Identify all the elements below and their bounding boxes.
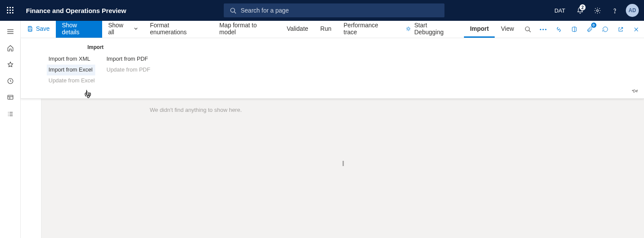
- svg-rect-17: [8, 95, 13, 99]
- map-format-button[interactable]: Map format to model: [213, 21, 281, 38]
- svg-rect-0: [7, 7, 8, 8]
- pin-icon: [632, 88, 638, 94]
- empty-message: We didn't find anything to show here.: [150, 107, 242, 113]
- svg-point-32: [543, 29, 544, 30]
- nav-favorites[interactable]: [2, 57, 19, 72]
- global-search[interactable]: Search for a page: [224, 3, 444, 17]
- import-dropdown-panel: Import Import from XMLImport from ExcelU…: [21, 38, 644, 99]
- office-icon: [571, 26, 577, 33]
- format-enumerations-button[interactable]: Format enumerations: [144, 21, 213, 38]
- svg-rect-27: [29, 29, 31, 31]
- notification-badge: 2: [580, 4, 586, 10]
- options-button[interactable]: [551, 21, 567, 38]
- nav-workspaces[interactable]: [2, 90, 19, 105]
- nav-home[interactable]: [2, 41, 19, 55]
- close-icon: [633, 26, 639, 33]
- form-left-strip: [21, 99, 42, 238]
- svg-point-12: [614, 12, 615, 13]
- modules-icon: [7, 111, 14, 117]
- action-bar: Save Show details Show all Format enumer…: [21, 21, 644, 38]
- validate-button[interactable]: Validate: [281, 21, 315, 38]
- notifications-button[interactable]: 2: [571, 0, 589, 21]
- pin-button[interactable]: [632, 88, 638, 94]
- nav-modules[interactable]: [2, 107, 19, 121]
- waffle-icon: [7, 7, 14, 14]
- svg-rect-6: [7, 12, 8, 13]
- gear-icon: [594, 7, 601, 14]
- svg-rect-26: [29, 26, 31, 27]
- lower-content: We didn't find anything to show here. ||: [21, 99, 644, 238]
- svg-point-31: [540, 29, 541, 30]
- dropdown-title: Import: [21, 44, 644, 50]
- office-button[interactable]: [567, 21, 582, 38]
- show-details-button[interactable]: Show details: [56, 21, 102, 38]
- svg-rect-7: [10, 12, 11, 13]
- attachments-button[interactable]: 0: [582, 21, 598, 38]
- save-button[interactable]: Save: [21, 21, 56, 38]
- svg-rect-8: [12, 12, 13, 13]
- refresh-icon: [602, 26, 609, 33]
- import-option-update-from-excel: Update from Excel: [47, 75, 95, 86]
- show-details-label: Show details: [62, 22, 96, 36]
- app-launcher-button[interactable]: [0, 0, 21, 21]
- nav-recent[interactable]: [2, 74, 19, 88]
- run-label: Run: [320, 25, 332, 32]
- import-option-import-from-xml[interactable]: Import from XML: [47, 54, 95, 65]
- show-all-button[interactable]: Show all: [102, 21, 144, 38]
- svg-rect-2: [12, 7, 13, 8]
- import-label: Import: [470, 25, 489, 32]
- empty-area: We didn't find anything to show here. ||: [42, 99, 644, 238]
- save-icon: [27, 26, 33, 32]
- svg-point-33: [545, 29, 547, 30]
- import-option-import-from-excel[interactable]: Import from Excel: [47, 65, 95, 75]
- content-area: Save Show details Show all Format enumer…: [21, 21, 644, 238]
- map-format-label: Map format to model: [219, 22, 275, 36]
- help-button[interactable]: [606, 0, 623, 21]
- run-button[interactable]: Run: [314, 21, 338, 38]
- performance-trace-button[interactable]: Performance trace: [338, 21, 399, 38]
- settings-button[interactable]: [589, 0, 606, 21]
- popout-icon: [618, 26, 624, 33]
- show-all-label: Show all: [108, 22, 131, 36]
- close-button[interactable]: [628, 21, 644, 38]
- import-option-import-from-pdf[interactable]: Import from PDF: [105, 54, 153, 65]
- svg-rect-4: [10, 10, 11, 11]
- refresh-button[interactable]: [598, 21, 613, 38]
- svg-point-28: [407, 28, 409, 30]
- left-nav-rail: [0, 21, 21, 238]
- more-icon: [540, 29, 547, 30]
- format-enum-label: Format enumerations: [150, 22, 207, 36]
- popout-button[interactable]: [613, 21, 628, 38]
- app-title: Finance and Operations Preview: [21, 7, 126, 14]
- svg-rect-1: [10, 7, 11, 8]
- workspace-icon: [7, 94, 14, 101]
- home-icon: [7, 45, 14, 52]
- svg-rect-3: [7, 10, 8, 11]
- toolbar-search-button[interactable]: [520, 21, 536, 38]
- perf-trace-label: Performance trace: [344, 22, 393, 36]
- star-icon: [7, 61, 14, 68]
- dropdown-col-1: Import from XMLImport from ExcelUpdate f…: [47, 54, 95, 86]
- svg-rect-5: [12, 10, 13, 11]
- splitter-handle[interactable]: ||: [342, 160, 344, 166]
- hamburger-icon: [7, 29, 14, 35]
- user-avatar[interactable]: AD: [626, 4, 639, 17]
- company-label[interactable]: DAT: [548, 7, 571, 14]
- search-icon: [525, 26, 531, 33]
- question-icon: [611, 7, 618, 14]
- body: Save Show details Show all Format enumer…: [0, 21, 644, 238]
- app-header: Finance and Operations Preview Search fo…: [0, 0, 644, 21]
- svg-point-9: [231, 8, 235, 12]
- view-tab[interactable]: View: [495, 21, 520, 38]
- import-tab[interactable]: Import: [464, 21, 495, 38]
- chevron-down-icon: [134, 26, 138, 31]
- dropdown-col-2: Import from PDFUpdate from PDF: [105, 54, 153, 86]
- attachments-badge: 0: [591, 23, 596, 28]
- svg-line-10: [234, 12, 236, 13]
- start-debugging-button[interactable]: Start Debugging: [399, 21, 464, 38]
- debug-icon: [405, 26, 412, 32]
- nav-expand-button[interactable]: [2, 24, 19, 39]
- svg-point-29: [525, 27, 529, 31]
- overflow-button[interactable]: [535, 21, 551, 38]
- save-label: Save: [36, 25, 50, 32]
